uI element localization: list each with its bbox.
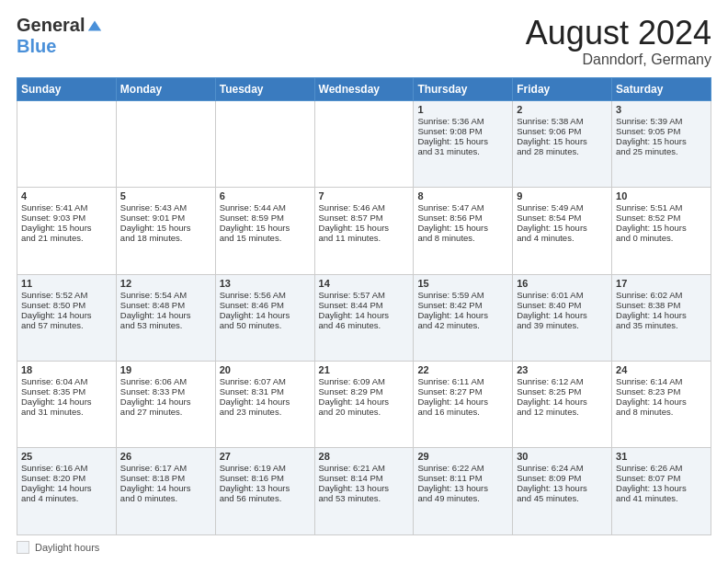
day-info-line: Sunrise: 5:36 AM — [417, 116, 508, 126]
day-info-line: and 53 minutes. — [120, 320, 211, 330]
day-info-line: and 28 minutes. — [517, 146, 608, 156]
day-number: 17 — [616, 278, 707, 289]
day-info-line: and 41 minutes. — [616, 493, 707, 503]
calendar-day: 9Sunrise: 5:49 AMSunset: 8:54 PMDaylight… — [513, 188, 612, 274]
day-info-line: Daylight: 15 hours — [319, 223, 410, 233]
day-info-line: Sunrise: 6:22 AM — [417, 463, 508, 473]
day-info-line: and 21 minutes. — [21, 233, 112, 243]
logo-text: General — [17, 15, 103, 36]
day-info-line: Sunrise: 5:54 AM — [120, 290, 211, 300]
calendar-day: 10Sunrise: 5:51 AMSunset: 8:52 PMDayligh… — [612, 188, 711, 274]
day-info-line: and 23 minutes. — [220, 407, 311, 417]
title-block: August 2024 Danndorf, Germany — [526, 15, 711, 68]
calendar-day: 14Sunrise: 5:57 AMSunset: 8:44 PMDayligh… — [314, 274, 414, 361]
day-info-line: Sunset: 8:18 PM — [120, 473, 211, 483]
calendar-day: 6Sunrise: 5:44 AMSunset: 8:59 PMDaylight… — [215, 188, 314, 274]
day-number: 5 — [120, 190, 211, 201]
day-info-line: Sunrise: 6:06 AM — [120, 376, 211, 386]
day-info-line: and 31 minutes. — [21, 407, 112, 417]
calendar-day: 13Sunrise: 5:56 AMSunset: 8:46 PMDayligh… — [215, 274, 314, 361]
col-thursday: Thursday — [414, 77, 513, 100]
day-info-line: Sunset: 8:29 PM — [319, 386, 410, 396]
day-number: 24 — [616, 364, 707, 375]
calendar-week-5: 25Sunrise: 6:16 AMSunset: 8:20 PMDayligh… — [17, 448, 711, 535]
col-tuesday: Tuesday — [215, 77, 314, 100]
day-info-line: Sunset: 8:09 PM — [517, 473, 608, 483]
day-number: 9 — [517, 190, 608, 201]
day-info-line: Daylight: 15 hours — [417, 136, 508, 146]
day-info-line: Sunset: 8:57 PM — [319, 213, 410, 223]
day-info-line: Sunrise: 5:46 AM — [319, 202, 410, 213]
day-info-line: Sunrise: 6:24 AM — [517, 463, 608, 473]
day-info-line: and 4 minutes. — [21, 493, 112, 503]
day-info-line: Daylight: 15 hours — [616, 136, 707, 146]
day-info-line: and 12 minutes. — [517, 407, 608, 417]
calendar-day: 16Sunrise: 6:01 AMSunset: 8:40 PMDayligh… — [513, 274, 612, 361]
day-info-line: and 25 minutes. — [616, 146, 707, 156]
day-number: 12 — [120, 278, 211, 289]
day-info-line: Sunset: 8:38 PM — [616, 300, 707, 310]
day-number: 1 — [417, 104, 508, 115]
day-number: 8 — [417, 190, 508, 201]
day-info-line: and 8 minutes. — [616, 407, 707, 417]
day-info-line: Sunset: 8:14 PM — [319, 473, 410, 483]
day-info-line: Sunrise: 5:38 AM — [517, 116, 608, 126]
calendar-day: 24Sunrise: 6:14 AMSunset: 8:23 PMDayligh… — [612, 362, 711, 448]
calendar-week-2: 4Sunrise: 5:41 AMSunset: 9:03 PMDaylight… — [17, 188, 711, 274]
calendar-day — [314, 100, 414, 187]
calendar-day: 11Sunrise: 5:52 AMSunset: 8:50 PMDayligh… — [17, 274, 117, 361]
day-number: 16 — [517, 278, 608, 289]
day-info-line: and 20 minutes. — [319, 407, 410, 417]
calendar-week-4: 18Sunrise: 6:04 AMSunset: 8:35 PMDayligh… — [17, 362, 711, 448]
day-info-line: Daylight: 15 hours — [616, 223, 707, 233]
day-info-line: Sunrise: 6:16 AM — [21, 463, 112, 473]
day-info-line: and 0 minutes. — [120, 493, 211, 503]
day-number: 2 — [517, 104, 608, 115]
calendar-day: 26Sunrise: 6:17 AMSunset: 8:18 PMDayligh… — [116, 448, 215, 535]
day-info-line: Sunset: 8:48 PM — [120, 300, 211, 310]
day-info-line: Sunrise: 5:57 AM — [319, 290, 410, 300]
location: Danndorf, Germany — [526, 52, 711, 68]
day-number: 20 — [220, 364, 311, 375]
daylight-box — [17, 541, 29, 554]
day-info-line: Sunset: 8:33 PM — [120, 386, 211, 396]
day-info-line: Sunrise: 5:39 AM — [616, 116, 707, 126]
page: General Blue August 2024 Danndorf, Germa… — [0, 0, 728, 563]
calendar-day — [116, 100, 215, 187]
calendar-day: 4Sunrise: 5:41 AMSunset: 9:03 PMDaylight… — [17, 188, 117, 274]
day-info-line: Sunrise: 6:19 AM — [220, 463, 311, 473]
day-info-line: and 53 minutes. — [319, 493, 410, 503]
day-number: 31 — [616, 451, 707, 462]
day-info-line: Daylight: 14 hours — [417, 310, 508, 320]
day-info-line: Sunset: 9:01 PM — [120, 213, 211, 223]
calendar-day: 2Sunrise: 5:38 AMSunset: 9:06 PMDaylight… — [513, 100, 612, 187]
day-info-line: and 35 minutes. — [616, 320, 707, 330]
day-info-line: Sunset: 9:06 PM — [517, 126, 608, 136]
day-info-line: Daylight: 14 hours — [120, 396, 211, 407]
col-friday: Friday — [513, 77, 612, 100]
day-info-line: Sunset: 8:59 PM — [220, 213, 311, 223]
day-info-line: Sunset: 8:42 PM — [417, 300, 508, 310]
col-monday: Monday — [116, 77, 215, 100]
day-info-line: Sunrise: 6:04 AM — [21, 376, 112, 386]
day-info-line: Sunset: 8:27 PM — [417, 386, 508, 396]
day-number: 29 — [417, 451, 508, 462]
day-info-line: Sunrise: 5:44 AM — [220, 202, 311, 213]
day-info-line: Sunrise: 6:07 AM — [220, 376, 311, 386]
day-info-line: Sunrise: 6:21 AM — [319, 463, 410, 473]
day-info-line: Daylight: 14 hours — [21, 310, 112, 320]
calendar-day: 21Sunrise: 6:09 AMSunset: 8:29 PMDayligh… — [314, 362, 414, 448]
day-number: 18 — [21, 364, 112, 375]
day-info-line: Daylight: 14 hours — [21, 396, 112, 407]
footer: Daylight hours — [17, 541, 711, 554]
day-info-line: Sunset: 8:50 PM — [21, 300, 112, 310]
day-number: 25 — [21, 451, 112, 462]
logo-icon — [86, 17, 103, 34]
calendar-day: 20Sunrise: 6:07 AMSunset: 8:31 PMDayligh… — [215, 362, 314, 448]
day-info-line: Daylight: 13 hours — [417, 483, 508, 493]
day-info-line: Daylight: 15 hours — [21, 223, 112, 233]
day-info-line: Sunrise: 5:43 AM — [120, 202, 211, 213]
calendar-day: 22Sunrise: 6:11 AMSunset: 8:27 PMDayligh… — [414, 362, 513, 448]
col-sunday: Sunday — [17, 77, 117, 100]
day-info-line: Daylight: 14 hours — [319, 396, 410, 407]
